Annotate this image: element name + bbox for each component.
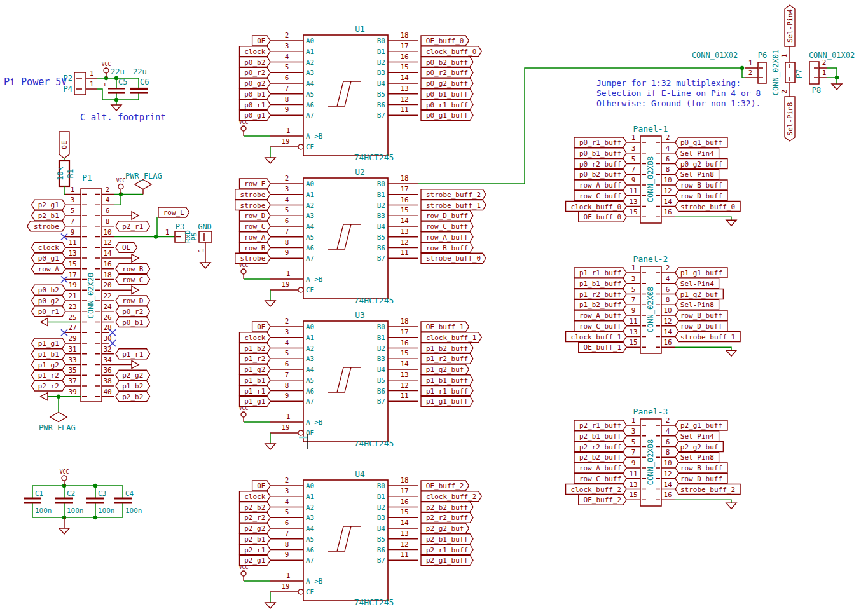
net-label-p0_r1_buff[interactable]: p0_r1_buff xyxy=(574,137,626,147)
net-label-p0_g2_buff[interactable]: p0_g2_buff xyxy=(421,78,473,88)
net-label-text: p0_b2_buff xyxy=(579,170,621,179)
net-label-row_B_buff[interactable]: row_B_buff xyxy=(675,180,727,190)
net-label-Sel-Pin4[interactable]: Sel-Pin4 xyxy=(675,431,719,441)
net-label-p0_b1_buff[interactable]: p0_b1_buff xyxy=(421,89,473,99)
pwr-flag-label[interactable]: PWR_FLAG xyxy=(125,172,162,181)
net-label-p2_r2_buff[interactable]: p2_r2_buff xyxy=(421,512,473,523)
net-label-p2_b2_buff[interactable]: p2_b2_buff xyxy=(574,452,626,462)
net-label-clock_buff_0[interactable]: clock_buff_0 xyxy=(421,46,481,57)
net-label-p2_g2_buf[interactable]: p2_g2_buf xyxy=(421,523,469,533)
net-label-row_A_buff[interactable]: row_A_buff xyxy=(574,180,626,190)
net-label-strobe[interactable]: strobe xyxy=(235,253,270,263)
net-label-p0_g1_buff[interactable]: p0_g1_buff xyxy=(675,137,727,147)
pin-number: 8 xyxy=(106,217,110,226)
net-label-Sel-Pin8[interactable]: Sel-Pin8 xyxy=(675,169,719,179)
net-label-row_D_buff[interactable]: row_D_buff xyxy=(421,210,473,221)
net-label-Sel-Pin4[interactable]: Sel-Pin4 xyxy=(675,278,719,289)
net-label-row_A_buff[interactable]: row_A_buff xyxy=(574,463,626,473)
note-text[interactable]: Otherwise: Ground (for non-1:32). xyxy=(596,99,761,108)
net-label-Sel-Pin8[interactable]: Sel-Pin8 xyxy=(785,97,795,141)
net-label-strobe_buff_1[interactable]: strobe_buff_1 xyxy=(421,200,486,210)
net-label-p1_b2_buff[interactable]: p1_b2_buff xyxy=(421,343,473,353)
note-text[interactable]: Jumper for 1:32 multiplexing: xyxy=(596,78,741,88)
net-label-p0_g1_buff[interactable]: p0_g1_buff xyxy=(421,110,473,120)
net-label-text: p1_b2_buff xyxy=(426,345,468,353)
net-label-OE_buff_1[interactable]: OE_buff_1 xyxy=(579,342,626,352)
net-label-row_C_buff[interactable]: row_C_buff xyxy=(421,221,473,231)
net-label-p0_r2_buff[interactable]: p0_r2_buff xyxy=(421,67,473,78)
net-label-row_D_buff[interactable]: row_D_buff xyxy=(675,321,727,331)
net-label-p1_r1_buff[interactable]: p1_r1_buff xyxy=(421,386,473,396)
net-label-text: p1_r1 xyxy=(122,350,143,359)
net-label-p2_r1_buff[interactable]: p2_r1_buff xyxy=(421,545,473,555)
net-label-p1_r2_buff[interactable]: p1_r2_buff xyxy=(574,289,626,299)
net-label-p2_g2_buf[interactable]: p2_g2_buf xyxy=(675,442,723,452)
net-label-p1_g1_buff[interactable]: p1_g1_buff xyxy=(421,396,473,406)
net-label-strobe_buff_0[interactable]: strobe_buff_0 xyxy=(675,202,740,212)
net-label-p0_b1_buff[interactable]: p0_b1_buff xyxy=(574,148,626,158)
net-label-p1_g2_buf[interactable]: p1_g2_buf xyxy=(675,289,723,299)
net-label-p2_b1_buff[interactable]: p2_b1_buff xyxy=(574,431,626,441)
net-label-row_A_buff[interactable]: row_A_buff xyxy=(421,232,473,242)
net-label-row_B_buff[interactable]: row_B_buff xyxy=(675,310,727,320)
value-u2: 74HCT245 xyxy=(354,296,394,305)
net-label-OE_buff_1[interactable]: OE_buff_1 xyxy=(421,322,469,332)
note-text[interactable]: C alt. footprint xyxy=(80,112,166,122)
net-label-OE_buff_2[interactable]: OE_buff_2 xyxy=(421,481,469,491)
net-label-OE_buff_2[interactable]: OE_buff_2 xyxy=(579,495,626,505)
net-label-row_B_buff[interactable]: row_B_buff xyxy=(675,463,727,473)
net-label-p1_g1_buff[interactable]: p1_g1_buff xyxy=(675,268,727,278)
net-label-OE_buff_0[interactable]: OE_buff_0 xyxy=(421,36,469,46)
net-label-clock_buff_1[interactable]: clock_buff_1 xyxy=(421,332,481,343)
net-label-p0_r2_buff[interactable]: p0_r2_buff xyxy=(574,159,626,169)
net-label-clock_buff_2[interactable]: clock_buff_2 xyxy=(421,491,481,502)
net-label-Sel-Pin8[interactable]: Sel-Pin8 xyxy=(675,299,719,310)
pin-number: 14 xyxy=(400,74,409,82)
net-label-Sel-Pin8[interactable]: Sel-Pin8 xyxy=(675,452,719,462)
pin-number: 2 xyxy=(748,69,753,77)
net-label-row_C_buff[interactable]: row_C_buff xyxy=(574,474,626,484)
net-label-p2_b1_buff[interactable]: p2_b1_buff xyxy=(421,534,473,544)
net-label-strobe_buff_2[interactable]: strobe_buff_2 xyxy=(421,189,486,200)
net-label-p2_g1_buff[interactable]: p2_g1_buff xyxy=(675,420,727,430)
net-label-p1_r2_buff[interactable]: p1_r2_buff xyxy=(421,353,473,364)
net-label-text: row_D xyxy=(244,212,265,220)
net-label-Sel-Pin4[interactable]: Sel-Pin4 xyxy=(675,148,719,158)
net-label-p2_b2_buff[interactable]: p2_b2_buff xyxy=(421,502,473,512)
net-label-row_B_buff[interactable]: row_B_buff xyxy=(421,243,473,253)
pwr-flag-label[interactable]: PWR_FLAG xyxy=(39,423,76,432)
net-label-clock_buff_0[interactable]: clock_buff_0 xyxy=(566,202,626,212)
net-label-p2_r1_buff[interactable]: p2_r1_buff xyxy=(574,420,626,430)
net-label-p1_b1_buff[interactable]: p1_b1_buff xyxy=(574,278,626,289)
net-label-p1_g2_buf[interactable]: p1_g2_buf xyxy=(421,364,469,374)
net-label-strobe[interactable]: strobe xyxy=(235,189,270,200)
net-label-row_C_buff[interactable]: row_C_buff xyxy=(574,321,626,331)
net-label-strobe[interactable]: strobe xyxy=(235,200,270,210)
net-label-row_D_buff[interactable]: row_D_buff xyxy=(675,474,727,484)
net-label-p0_g2_buff[interactable]: p0_g2_buff xyxy=(675,159,727,169)
net-label-text: p0_b1 xyxy=(244,90,265,99)
note-text[interactable]: Selection if E-Line on Pin 4 or 8 xyxy=(596,88,761,98)
net-label-p0_b2_buff[interactable]: p0_b2_buff xyxy=(421,57,473,67)
net-label-clock_buff_1[interactable]: clock_buff_1 xyxy=(566,332,626,342)
net-label-Sel-Pin4[interactable]: Sel-Pin4 xyxy=(785,5,795,46)
pin-number: 12 xyxy=(663,470,672,478)
net-label-strobe_buff_0[interactable]: strobe_buff_0 xyxy=(421,253,486,263)
net-label-p0_b2_buff[interactable]: p0_b2_buff xyxy=(574,169,626,179)
net-label-row_A_buff[interactable]: row_A_buff xyxy=(574,310,626,320)
net-label-p1_b1_buff[interactable]: p1_b1_buff xyxy=(421,375,473,385)
note-text[interactable]: Pi Power 5V xyxy=(4,76,67,88)
net-label-clock_buff_2[interactable]: clock_buff_2 xyxy=(566,484,626,495)
net-label-row_D_buff[interactable]: row_D_buff xyxy=(675,191,727,201)
net-label-p2_r2_buff[interactable]: p2_r2_buff xyxy=(574,442,626,452)
net-label-text: strobe xyxy=(240,191,266,199)
pin-number: 1 xyxy=(286,572,291,580)
net-label-OE_buff_0[interactable]: OE_buff_0 xyxy=(579,212,626,222)
net-label-strobe_buff_1[interactable]: strobe_buff_1 xyxy=(675,332,740,342)
net-label-p2_g1_buff[interactable]: p2_g1_buff xyxy=(421,555,473,565)
net-label-p1_b2_buff[interactable]: p1_b2_buff xyxy=(574,299,626,310)
net-label-row_C_buff[interactable]: row_C_buff xyxy=(574,191,626,201)
net-label-strobe_buff_2[interactable]: strobe_buff_2 xyxy=(675,484,740,495)
net-label-p1_r1_buff[interactable]: p1_r1_buff xyxy=(574,268,626,278)
net-label-p0_r1_buff[interactable]: p0_r1_buff xyxy=(421,100,473,110)
